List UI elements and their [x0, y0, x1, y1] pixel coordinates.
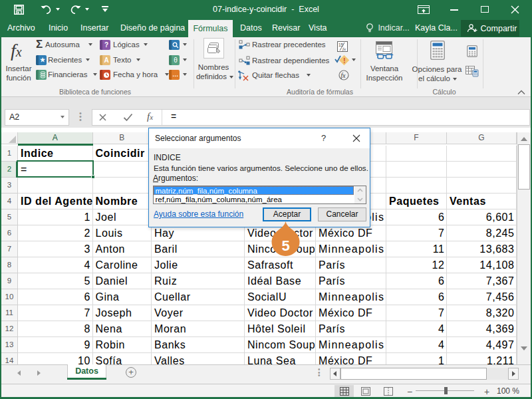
svg-text:fx: fx [342, 47, 346, 52]
svg-text:5: 5 [281, 237, 289, 254]
svg-text:!: ! [343, 57, 346, 65]
svg-text:fx: fx [341, 72, 346, 79]
